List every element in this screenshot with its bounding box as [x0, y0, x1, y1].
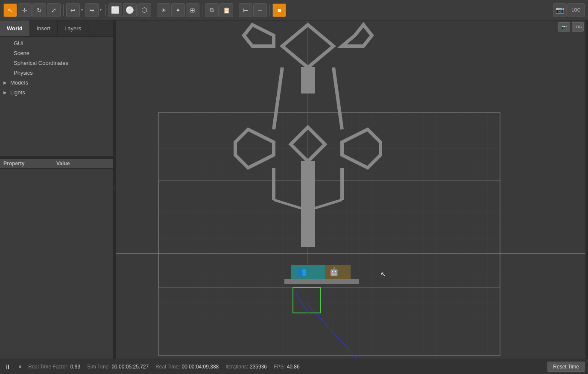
box-button[interactable]: ⬜	[108, 3, 122, 17]
reset-time-button[interactable]: Reset Time	[547, 362, 585, 372]
separator-3	[154, 4, 154, 16]
status-bar: ⏸ Real Time Factor: 0.93 Sim Time: 00 00…	[0, 359, 588, 374]
svg-rect-10	[301, 67, 314, 93]
svg-marker-9	[342, 25, 372, 46]
fps-value: 40.86	[287, 364, 300, 370]
scene-svg: 👥 🤖 ↖	[116, 20, 585, 359]
log-button[interactable]: LOG	[568, 3, 585, 17]
lights-label: Lights	[10, 89, 25, 96]
real-time-factor-item: Real Time Factor: 0.93	[28, 364, 80, 370]
real-time-factor-value: 0.93	[70, 364, 80, 370]
tab-layers[interactable]: Layers	[58, 20, 88, 36]
snap2-button[interactable]: ⊣	[253, 3, 267, 17]
viewport-log-button[interactable]: LOG	[572, 22, 584, 32]
scale-tool-button[interactable]: ⤢	[47, 3, 61, 17]
svg-rect-25	[284, 279, 359, 284]
right-resize-handle[interactable]: ···	[585, 20, 588, 359]
viewport-corner-buttons: 📷 LOG	[558, 22, 584, 32]
gui-label: GUI	[14, 40, 23, 47]
tree-item-models[interactable]: ▶ Models	[0, 78, 113, 88]
tab-world[interactable]: World	[0, 20, 30, 36]
real-time-value: 00 00:04:09.388	[182, 364, 219, 370]
redo-arrow[interactable]: ▾	[99, 3, 103, 17]
tree-item-physics[interactable]: Physics	[0, 68, 113, 78]
tree-item-gui[interactable]: GUI	[0, 38, 113, 48]
spherical-label: Spherical Coordinates	[14, 60, 68, 66]
separator-6	[269, 4, 270, 16]
tree-item-scene[interactable]: Scene	[0, 48, 113, 58]
undo-group: ↩ ▾	[66, 3, 84, 17]
main-area: World Insert Layers GUI Scene Spherical …	[0, 20, 588, 359]
copy-button[interactable]: ⧉	[205, 3, 219, 17]
separator-2	[105, 4, 106, 16]
separator-1	[63, 4, 64, 16]
spot-light-button[interactable]: ⊞	[186, 3, 199, 17]
value-col-header: Value	[56, 161, 109, 167]
screenshot-button[interactable]: 📷	[553, 3, 567, 17]
scene-tree: GUI Scene Spherical Coordinates Physics …	[0, 37, 113, 156]
iterations-item: Iterations: 235936	[225, 364, 267, 370]
material-button[interactable]: ■	[272, 3, 286, 17]
primitives-group: ⬜ ⚪ ⬡	[108, 3, 151, 17]
real-time-item: Real Time: 00 00:04:09.388	[155, 364, 219, 370]
iterations-value: 235936	[250, 364, 267, 370]
undo-arrow[interactable]: ▾	[80, 3, 84, 17]
sim-time-item: Sim Time: 00 00:05:25.727	[87, 364, 149, 370]
svg-text:↖: ↖	[380, 271, 386, 278]
redo-button[interactable]: ↪	[85, 3, 99, 17]
paste-button[interactable]: 📋	[219, 3, 233, 17]
property-col-header: Property	[3, 161, 56, 167]
point-light-button[interactable]: ✦	[171, 3, 185, 17]
svg-rect-1	[158, 112, 500, 356]
models-arrow-icon: ▶	[3, 80, 9, 85]
select-tool-button[interactable]: ↖	[3, 3, 17, 17]
iterations-label: Iterations:	[225, 364, 248, 370]
status-dot-icon	[19, 365, 21, 368]
sphere-button[interactable]: ⚪	[123, 3, 137, 17]
property-header: Property Value	[0, 159, 113, 169]
viewport-screenshot-button[interactable]: 📷	[558, 22, 570, 32]
left-panel: World Insert Layers GUI Scene Spherical …	[0, 20, 113, 359]
svg-marker-8	[244, 25, 274, 46]
separator-4	[202, 4, 202, 16]
lights-arrow-icon: ▶	[3, 90, 9, 95]
viewport[interactable]: 👥 🤖 ↖ 📷 LOG	[116, 20, 585, 359]
undo-button[interactable]: ↩	[66, 3, 80, 17]
separator-5	[236, 4, 236, 16]
tree-item-spherical[interactable]: Spherical Coordinates	[0, 58, 113, 68]
svg-text:🤖: 🤖	[329, 267, 339, 276]
main-toolbar: ↖ ✛ ↻ ⤢ ↩ ▾ ↪ ▾ ⬜ ⚪ ⬡ ☀ ✦ ⊞ ⧉ 📋 ⊢ ⊣ ■ 📷 …	[0, 0, 588, 20]
redo-group: ↪ ▾	[85, 3, 103, 17]
tree-item-lights[interactable]: ▶ Lights	[0, 88, 113, 97]
sun-button[interactable]: ☀	[157, 3, 170, 17]
sim-time-label: Sim Time:	[87, 364, 110, 370]
sim-time-value: 00 00:05:25.727	[111, 364, 149, 370]
physics-label: Physics	[14, 70, 33, 76]
svg-text:👥: 👥	[297, 267, 307, 276]
canvas-area: 👥 🤖 ↖	[116, 20, 585, 359]
tool-group: ↖ ✛ ↻ ⤢	[3, 3, 61, 17]
cylinder-button[interactable]: ⬡	[137, 3, 151, 17]
snap-group: ⊢ ⊣	[239, 3, 267, 17]
light-group: ☀ ✦ ⊞	[157, 3, 199, 17]
snap1-button[interactable]: ⊢	[239, 3, 252, 17]
svg-rect-21	[291, 265, 325, 280]
property-panel: Property Value	[0, 159, 113, 359]
translate-tool-button[interactable]: ✛	[18, 3, 32, 17]
fps-item: FPS: 40.86	[274, 364, 300, 370]
pause-button[interactable]: ⏸	[3, 362, 12, 371]
tab-bar: World Insert Layers	[0, 20, 113, 37]
svg-rect-16	[301, 161, 314, 247]
tab-insert[interactable]: Insert	[30, 20, 58, 36]
clipboard-group: ⧉ 📋	[205, 3, 233, 17]
real-time-factor-label: Real Time Factor:	[28, 364, 69, 370]
history-group: ↩ ▾ ↪ ▾	[66, 3, 103, 17]
rotate-tool-button[interactable]: ↻	[32, 3, 46, 17]
fps-label: FPS:	[274, 364, 285, 370]
real-time-label: Real Time:	[155, 364, 180, 370]
scene-label: Scene	[14, 50, 29, 56]
models-label: Models	[10, 79, 28, 86]
